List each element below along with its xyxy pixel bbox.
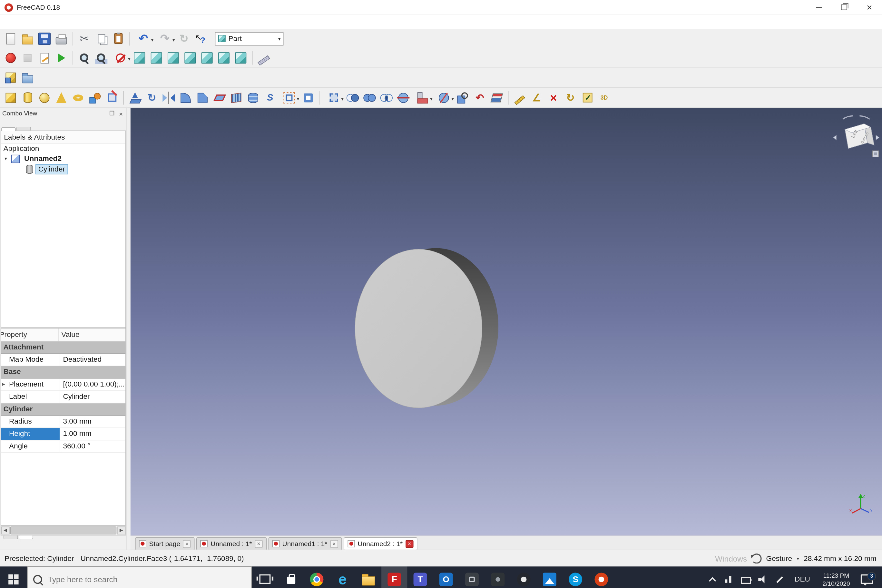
measure-angular-button[interactable] [528,90,545,105]
prop-angle[interactable]: Angle 360.00 ° [1,440,125,453]
cut-button[interactable] [76,31,93,46]
menu-edit[interactable] [12,21,21,23]
doc-tab-start-page[interactable]: Start page [135,537,195,549]
close-tab-icon[interactable] [405,540,413,548]
primitive-torus-button[interactable] [70,90,86,105]
redo-button[interactable] [154,31,176,46]
measure-toggle-all-button[interactable] [579,90,596,105]
stop-macro-button[interactable] [19,50,36,66]
app-outlook[interactable] [433,566,459,588]
doc-tab-unnamed2[interactable]: Unnamed2 : 1* [344,537,417,549]
tray-chevron-up[interactable] [704,566,720,588]
prop-placement[interactable]: Placement [(0.00 0.00 1.00);... [1,378,125,391]
primitive-box-button[interactable] [2,90,19,105]
boolean-common-button[interactable] [378,90,395,105]
prop-height[interactable]: Height 1.00 mm [1,428,125,440]
ruled-surface-button[interactable] [228,90,244,105]
navigation-cube[interactable]: Left Bottom [831,111,881,164]
scroll-left-icon[interactable]: ◀ [1,527,9,534]
run-macro-button[interactable] [53,50,70,66]
compound-button[interactable] [323,90,344,105]
close-panel-icon[interactable] [118,110,124,116]
view-axonometric-button[interactable] [131,50,148,66]
create-part-button[interactable] [2,70,19,86]
open-button[interactable] [19,31,36,46]
group-cylinder[interactable]: Cylinder [1,403,125,416]
record-macro-button[interactable] [2,50,19,66]
loft-button[interactable] [244,90,261,105]
measure-distance-button[interactable] [255,50,272,66]
view-right-button[interactable] [182,50,199,66]
menu-windows[interactable] [66,21,75,23]
refresh-button[interactable] [176,31,192,46]
app-teams[interactable] [407,566,433,588]
prop-radius[interactable]: Radius 3.00 mm [1,416,125,428]
defeaturing-button[interactable] [471,90,488,105]
view-front-button[interactable] [148,50,165,66]
app-freecad-alt[interactable] [588,566,614,588]
join-button[interactable] [412,90,433,105]
panel-splitter[interactable] [127,108,130,550]
view-top-button[interactable] [165,50,182,66]
undo-button[interactable] [133,31,154,46]
taskbar-clock[interactable]: 11:23 PM 2/10/2020 [817,571,856,587]
group-base[interactable]: Base [1,366,125,378]
task-view-button[interactable] [252,566,278,588]
copy-button[interactable] [93,31,110,46]
maximize-button[interactable] [831,0,857,15]
close-tab-icon[interactable] [330,540,338,548]
shape-builder-button[interactable] [104,90,120,105]
app-photos[interactable] [537,566,562,588]
expander-icon[interactable] [4,156,11,162]
value-column-header[interactable]: Value [59,328,125,341]
new-document-button[interactable] [2,31,19,46]
app-screen-recorder[interactable] [511,566,536,588]
cylinder-3d-object[interactable] [130,108,882,536]
app-file-explorer[interactable] [356,566,381,588]
search-input[interactable] [47,574,246,584]
view-left-button[interactable] [232,50,249,66]
boolean-section-button[interactable] [395,90,412,105]
draw-style-button[interactable] [110,50,131,66]
measure-linear-button[interactable] [511,90,528,105]
close-button[interactable] [857,0,882,15]
extrude-button[interactable] [127,90,144,105]
create-primitives-button[interactable] [87,90,104,105]
app-skype[interactable] [562,566,588,588]
save-button[interactable] [36,31,53,46]
close-tab-icon[interactable] [183,540,191,548]
measure-toggle-3d-button[interactable] [596,90,612,105]
fit-selection-button[interactable] [93,50,110,66]
minimize-button[interactable] [806,0,832,15]
sweep-button[interactable] [261,90,278,105]
menu-measure[interactable] [57,21,66,23]
cross-sections-button[interactable] [488,90,505,105]
title-bar[interactable]: FreeCAD 0.18 [0,0,882,15]
navigation-style-label[interactable]: Gesture [766,554,792,562]
measure-clear-button[interactable] [545,90,562,105]
view-rear-button[interactable] [199,50,215,66]
app-store[interactable] [278,566,304,588]
primitive-cylinder-button[interactable] [19,90,36,105]
chamfer-button[interactable] [194,90,211,105]
edit-macro-button[interactable] [36,50,53,66]
chevron-down-icon[interactable]: ▾ [796,555,799,561]
app-dark-1[interactable] [459,566,485,588]
view-bottom-button[interactable] [215,50,232,66]
tab-view[interactable] [3,536,18,540]
split-button[interactable] [433,90,454,105]
property-column-header[interactable]: Property [1,328,59,341]
doc-tab-unnamed[interactable]: Unnamed : 1* [196,537,267,549]
mirror-button[interactable] [160,90,177,105]
create-group-button[interactable] [19,70,36,86]
app-dark-2[interactable] [485,566,511,588]
tray-battery[interactable] [737,566,754,588]
horizontal-scrollbar[interactable]: ◀ ▶ [1,525,126,536]
action-center-button[interactable]: 3 [856,574,878,584]
taskbar-search[interactable] [27,566,252,588]
app-freecad[interactable] [381,566,407,588]
3d-viewport[interactable]: Left Bottom x y z [130,108,882,536]
boolean-cut-button[interactable] [344,90,361,105]
tray-network[interactable] [720,566,737,588]
boolean-union-button[interactable] [361,90,378,105]
